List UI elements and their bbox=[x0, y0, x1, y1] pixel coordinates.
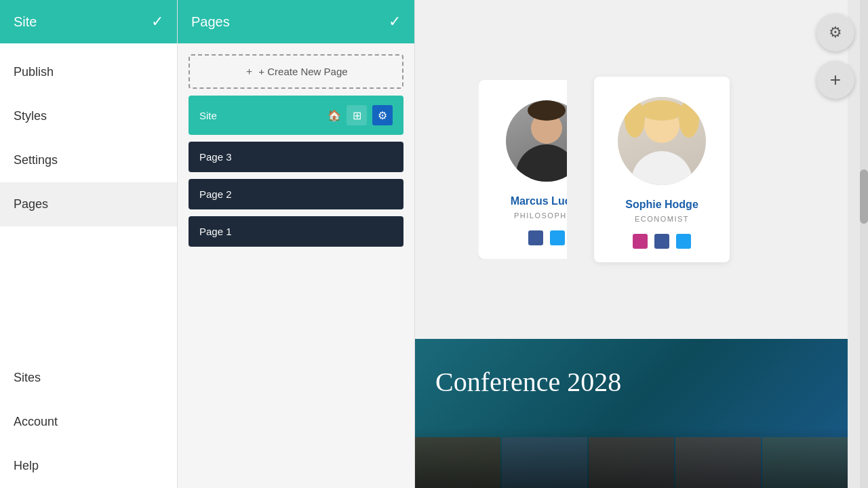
page-item-page1[interactable]: Page 1 bbox=[189, 216, 403, 247]
fab-settings-button[interactable]: ⚙ bbox=[816, 14, 854, 52]
team-card-lucas-partial: Marcus Lucas PHILOSOPHER bbox=[479, 80, 567, 259]
team-card-sophie: Sophie Hodge ECONOMIST bbox=[594, 77, 730, 262]
page-item-page3[interactable]: Page 3 bbox=[189, 142, 403, 172]
page-item-page3-label: Page 3 bbox=[199, 151, 232, 163]
pages-content: ＋ + Create New Page Site 🏠 ⊞ ⚙ Page 3 Pa… bbox=[178, 43, 414, 258]
sidebar-item-styles[interactable]: Styles bbox=[0, 94, 177, 138]
scrollbar[interactable] bbox=[860, 0, 868, 488]
lucas-tw-icon bbox=[550, 230, 565, 245]
sidebar-title: Site bbox=[14, 14, 151, 30]
pages-check: ✓ bbox=[389, 13, 401, 30]
add-icon: + bbox=[830, 69, 841, 91]
card-sophie-name: Sophie Hodge bbox=[625, 199, 698, 211]
sidebar-nav: Publish Styles Settings Pages Sites Acco… bbox=[0, 43, 177, 488]
create-new-page-button[interactable]: ＋ + Create New Page bbox=[189, 54, 403, 89]
lucas-fb-icon bbox=[528, 230, 543, 245]
sidebar-item-styles-label: Styles bbox=[14, 109, 47, 123]
sidebar-item-sites-label: Sites bbox=[14, 371, 41, 384]
sidebar-check: ✓ bbox=[151, 13, 163, 30]
home-icon: 🏠 bbox=[328, 109, 341, 122]
card-lucas-name: Marcus Lucas bbox=[511, 195, 567, 207]
settings-icon: ⚙ bbox=[378, 109, 387, 122]
main-content: Marcus Lucas PHILOSOPHER Sophie Hodge EC… bbox=[415, 0, 868, 488]
scrollbar-thumb[interactable] bbox=[860, 169, 868, 224]
sophie-fb-icon bbox=[654, 234, 669, 249]
conference-people-overlay bbox=[415, 427, 848, 488]
sidebar-header: Site ✓ bbox=[0, 0, 177, 43]
page-item-site[interactable]: Site 🏠 ⊞ ⚙ bbox=[189, 96, 403, 135]
sidebar-item-account-label: Account bbox=[14, 415, 58, 428]
page-item-page1-label: Page 1 bbox=[199, 226, 232, 237]
sidebar-item-publish-label: Publish bbox=[14, 65, 54, 79]
pages-panel: Pages ✓ ＋ + Create New Page Site 🏠 ⊞ ⚙ P… bbox=[178, 0, 415, 488]
plus-icon: ＋ bbox=[244, 65, 254, 78]
conference-section: Conference 2028 bbox=[415, 339, 848, 488]
sidebar-item-settings-label: Settings bbox=[14, 153, 58, 167]
layers-icon: ⊞ bbox=[353, 109, 361, 122]
sidebar: Site ✓ Publish Styles Settings Pages Sit… bbox=[0, 0, 178, 488]
card-sophie-title: ECONOMIST bbox=[635, 215, 689, 223]
pages-title: Pages bbox=[191, 14, 389, 30]
sidebar-item-help-label: Help bbox=[14, 459, 39, 472]
page-item-page2[interactable]: Page 2 bbox=[189, 179, 403, 209]
page-item-site-label: Site bbox=[199, 110, 217, 121]
sophie-tw-icon bbox=[676, 234, 691, 249]
pages-header: Pages ✓ bbox=[178, 0, 414, 43]
page-item-page2-label: Page 2 bbox=[199, 188, 232, 200]
gear-icon: ⚙ bbox=[829, 24, 842, 41]
page-item-site-icons: 🏠 ⊞ ⚙ bbox=[328, 105, 393, 125]
sophie-ig-icon bbox=[633, 234, 648, 249]
fab-add-button[interactable]: + bbox=[816, 61, 854, 99]
sidebar-item-settings[interactable]: Settings bbox=[0, 138, 177, 182]
create-new-page-label: + Create New Page bbox=[258, 66, 347, 77]
sidebar-item-sites[interactable]: Sites bbox=[0, 356, 177, 400]
sidebar-item-publish[interactable]: Publish bbox=[0, 50, 177, 94]
page-layers-button[interactable]: ⊞ bbox=[347, 105, 367, 125]
page-settings-button[interactable]: ⚙ bbox=[372, 105, 393, 125]
team-section: Marcus Lucas PHILOSOPHER Sophie Hodge EC… bbox=[415, 0, 848, 339]
sidebar-item-pages-label: Pages bbox=[14, 197, 48, 211]
conference-title: Conference 2028 bbox=[435, 366, 621, 398]
card-lucas-socials bbox=[528, 230, 565, 245]
card-sophie-socials bbox=[633, 234, 691, 249]
sidebar-item-help[interactable]: Help bbox=[0, 444, 177, 488]
sidebar-item-account[interactable]: Account bbox=[0, 400, 177, 444]
card-lucas-title: PHILOSOPHER bbox=[514, 211, 567, 220]
sidebar-item-pages[interactable]: Pages bbox=[0, 182, 177, 226]
